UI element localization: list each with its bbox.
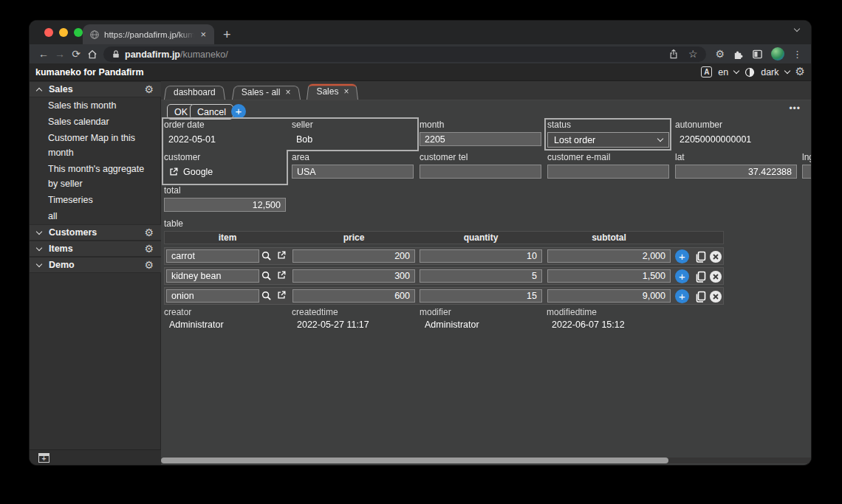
- subtotal-input[interactable]: [547, 249, 671, 263]
- price-input[interactable]: [292, 289, 415, 303]
- section-gear-icon[interactable]: ⚙: [144, 244, 154, 254]
- modifiedtime-label: modifiedtime: [547, 307, 597, 317]
- bookmark-star-icon[interactable]: ☆: [688, 49, 698, 59]
- tab-sales[interactable]: Sales ×: [307, 83, 358, 100]
- external-link-icon[interactable]: [276, 250, 288, 262]
- area-input[interactable]: [292, 165, 414, 179]
- add-record-button[interactable]: +: [231, 104, 246, 119]
- tab-sales-all[interactable]: Sales - all ×: [232, 85, 301, 100]
- contrast-icon[interactable]: [745, 67, 755, 77]
- sidebar-item-sales-this-month[interactable]: Sales this month: [30, 97, 161, 114]
- subtotal-input[interactable]: [547, 289, 671, 303]
- add-row-button[interactable]: +: [675, 269, 689, 283]
- item-input[interactable]: [166, 289, 259, 303]
- search-icon[interactable]: [261, 250, 273, 262]
- side-panel-icon[interactable]: [752, 49, 763, 60]
- extensions-puzzle-icon[interactable]: [733, 49, 744, 60]
- address-bar[interactable]: pandafirm.jp/kumaneko/ ☆: [103, 46, 706, 62]
- customer-email-input[interactable]: [547, 165, 669, 179]
- customer-tel-input[interactable]: [420, 165, 541, 179]
- external-link-icon[interactable]: [276, 290, 288, 302]
- copy-row-icon[interactable]: [693, 249, 707, 263]
- status-select[interactable]: Lost order: [547, 132, 669, 148]
- quantity-input[interactable]: [420, 249, 542, 263]
- more-options-button[interactable]: •••: [789, 103, 801, 114]
- browser-tab[interactable]: https://pandafirm.jp/kumaneko ×: [83, 24, 214, 44]
- copy-row-icon[interactable]: [693, 269, 707, 283]
- add-row-button[interactable]: +: [675, 289, 689, 303]
- subtotal-input[interactable]: [547, 269, 671, 283]
- price-input[interactable]: [292, 269, 415, 283]
- share-icon[interactable]: [669, 49, 678, 60]
- tabstrip-chevron-icon[interactable]: [794, 26, 800, 32]
- home-icon[interactable]: [84, 49, 100, 60]
- cancel-button[interactable]: Cancel: [190, 104, 233, 120]
- sidebar-section-items[interactable]: Items ⚙: [30, 241, 161, 257]
- horizontal-scrollbar-thumb[interactable]: [161, 458, 668, 463]
- tab-dashboard[interactable]: dashboard: [164, 85, 225, 100]
- browser-tabstrip: https://pandafirm.jp/kumaneko × +: [30, 21, 811, 44]
- total-input[interactable]: [164, 198, 286, 212]
- extension-gear-icon[interactable]: ⚙: [715, 49, 725, 59]
- new-app-button[interactable]: +: [38, 453, 49, 463]
- chevron-down-icon: [36, 228, 42, 234]
- sidebar-section-customers[interactable]: Customers ⚙: [30, 224, 161, 241]
- url-text: pandafirm.jp/kumaneko/: [125, 47, 228, 61]
- profile-avatar[interactable]: [771, 47, 784, 61]
- browser-toolbar: ← → ⟳ pandafirm.jp/kumaneko/ ☆ ⚙: [30, 44, 811, 63]
- sidebar-item-customer-map[interactable]: Customer Map in this month: [30, 130, 161, 161]
- month-input[interactable]: [420, 132, 541, 146]
- lng-input[interactable]: [802, 165, 811, 179]
- sidebar-item-aggregate-by-seller[interactable]: This month's aggregate by seller: [30, 161, 161, 192]
- delete-row-icon[interactable]: [708, 269, 722, 283]
- settings-gear-icon[interactable]: ⚙: [795, 66, 805, 77]
- copy-row-icon[interactable]: [693, 289, 707, 303]
- back-icon[interactable]: ←: [35, 49, 52, 59]
- delete-row-icon[interactable]: [708, 249, 722, 263]
- section-gear-icon[interactable]: ⚙: [144, 260, 154, 270]
- search-icon[interactable]: [261, 290, 273, 302]
- section-gear-icon[interactable]: ⚙: [144, 84, 154, 94]
- browser-menu-icon[interactable]: ⋮: [793, 49, 802, 59]
- field-label: order date: [164, 120, 288, 131]
- sidebar-item-all[interactable]: all: [30, 208, 161, 224]
- customer-link[interactable]: Google: [183, 167, 213, 177]
- section-label: Customers: [49, 227, 144, 238]
- sidebar-section-sales[interactable]: Sales ⚙: [30, 81, 161, 97]
- forward-icon[interactable]: →: [52, 49, 68, 59]
- price-input[interactable]: [292, 249, 415, 263]
- close-tab-icon[interactable]: ×: [199, 29, 208, 40]
- sidebar-section-demo[interactable]: Demo ⚙: [30, 257, 161, 273]
- sidebar-item-sales-calendar[interactable]: Sales calendar: [30, 114, 161, 130]
- item-input[interactable]: [166, 269, 259, 283]
- sidebar-item-timeseries[interactable]: Timeseries: [30, 192, 161, 208]
- quantity-input[interactable]: [420, 289, 542, 303]
- external-link-icon[interactable]: [276, 270, 288, 282]
- browser-window: https://pandafirm.jp/kumaneko × + ← → ⟳ …: [30, 21, 811, 465]
- section-gear-icon[interactable]: ⚙: [144, 227, 154, 238]
- close-window-button[interactable]: [44, 28, 53, 37]
- search-icon[interactable]: [261, 270, 273, 282]
- field-autonumber: autonumber 22050000000001: [675, 120, 799, 147]
- lat-input[interactable]: [675, 165, 797, 179]
- browser-actions: ⚙ ⋮: [712, 47, 805, 61]
- reload-icon[interactable]: ⟳: [68, 49, 84, 59]
- translate-icon[interactable]: A: [701, 66, 712, 77]
- close-tab-icon[interactable]: ×: [285, 87, 290, 97]
- external-link-icon[interactable]: [168, 167, 179, 177]
- section-label: Demo: [49, 260, 144, 270]
- item-input[interactable]: [166, 249, 259, 263]
- quantity-input[interactable]: [420, 269, 542, 283]
- new-tab-button[interactable]: +: [223, 28, 231, 41]
- close-tab-icon[interactable]: ×: [343, 86, 349, 97]
- add-row-button[interactable]: +: [675, 249, 689, 263]
- field-value: 2022-05-01: [164, 132, 288, 147]
- modifier-label: modifier: [420, 307, 451, 317]
- minimize-window-button[interactable]: [59, 28, 68, 37]
- delete-row-icon[interactable]: [708, 289, 722, 303]
- language-select[interactable]: en: [718, 67, 728, 77]
- zoom-window-button[interactable]: [74, 28, 83, 37]
- theme-select[interactable]: dark: [761, 67, 778, 77]
- app-title: kumaneko for Pandafirm: [35, 67, 144, 77]
- creator-value: Administrator: [164, 320, 224, 330]
